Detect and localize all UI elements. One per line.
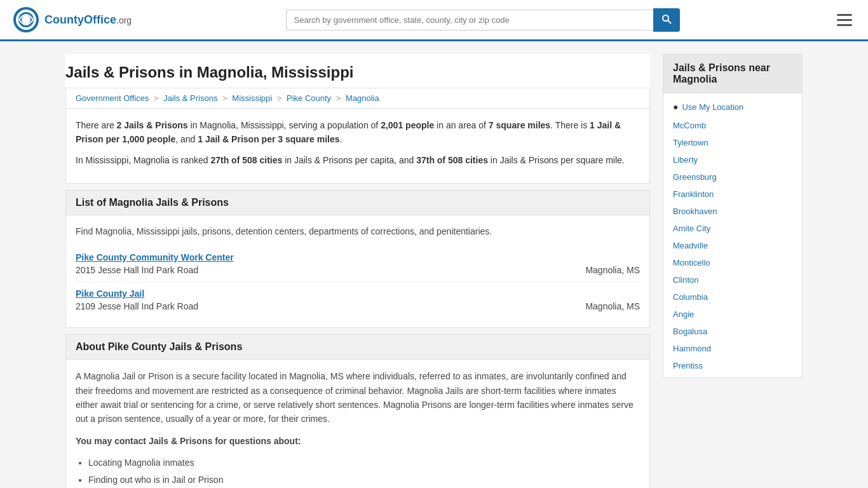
sidebar-title: Jails & Prisons near Magnolia [663,54,803,93]
list-intro: Find Magnolia, Mississippi jails, prison… [76,225,640,238]
sidebar-item-franklinton[interactable]: Franklinton [663,186,802,203]
summary-mid3: in Jails & Prisons per capita, and [282,155,416,165]
breadcrumb-magnolia[interactable]: Magnolia [346,93,379,103]
list-section: Find Magnolia, Mississippi jails, prison… [65,215,650,328]
summary-pre2: In Mississippi, Magnolia is ranked [76,155,210,165]
logo-area: CountyOffice.org [13,6,132,33]
sidebar-item-bogalusa[interactable]: Bogalusa [663,323,802,340]
menu-bar-1 [837,14,852,16]
breadcrumb-sep-1: > [154,93,161,103]
menu-bar-2 [837,19,852,21]
summary-count: 2 Jails & Prisons [117,120,188,130]
svg-point-3 [22,15,31,24]
about-body: A Magnolia Jail or Prison is a secure fa… [76,369,640,426]
use-my-location-label: Use My Location [682,102,743,112]
summary-post2: , and [175,134,198,144]
search-input[interactable] [286,10,653,30]
summary-per3sq: 1 Jail & Prison per 3 square miles [198,134,339,144]
breadcrumb-jails[interactable]: Jails & Prisons [163,93,217,103]
summary-rank1: 27th of 508 cities [210,155,282,165]
sidebar-item-brookhaven[interactable]: Brookhaven [663,203,802,220]
sidebar-item-hammond[interactable]: Hammond [663,340,802,357]
sidebar-item-meadville[interactable]: Meadville [663,237,802,254]
breadcrumb-pike-county[interactable]: Pike County [287,93,331,103]
breadcrumb-sep-2: > [222,93,229,103]
sidebar-item-columbia[interactable]: Columbia [663,288,802,306]
svg-line-5 [668,20,671,24]
content-area: Jails & Prisons in Magnolia, Mississippi… [65,54,650,488]
summary-area: 7 square miles [489,120,550,130]
svg-point-4 [663,15,668,21]
facility-entry-2: Pike County Jail 2109 Jesse Hall Ind Par… [76,282,640,318]
summary-end: . [340,134,342,144]
summary-mid2: in an area of [434,120,489,130]
search-button[interactable] [653,8,680,32]
page-title: Jails & Prisons in Magnolia, Mississippi [65,54,650,88]
breadcrumb-mississippi[interactable]: Mississippi [232,93,272,103]
contact-item-1: Locating Magnolia inmates [88,456,640,470]
facility-address-2: 2109 Jesse Hall Ind Park Road [76,301,198,311]
list-section-header: List of Magnolia Jails & Prisons [65,190,650,215]
sidebar-item-prentiss[interactable]: Prentiss [663,357,802,374]
sidebar-item-angie[interactable]: Angie [663,306,802,323]
contact-item-2: Finding out who is in Jail or Prison [88,473,640,487]
summary-section: There are 2 Jails & Prisons in Magnolia,… [65,109,650,184]
summary-rank2: 37th of 508 cities [416,155,488,165]
menu-button[interactable] [834,11,855,29]
sidebar-item-clinton[interactable]: Clinton [663,271,802,288]
facility-name-1[interactable]: Pike County Community Work Center [76,252,234,262]
contact-bold: You may contact Jails & Prisons for ques… [76,434,640,448]
facility-city-2: Magnolia, MS [585,301,640,311]
search-area [286,8,680,32]
sidebar-item-tylertown[interactable]: Tylertown [663,134,802,151]
main-container: Jails & Prisons in Magnolia, Mississippi… [53,41,815,488]
about-section-header: About Pike County Jails & Prisons [65,334,650,360]
summary-pre1: There are [76,120,117,130]
breadcrumb-sep-4: > [336,93,343,103]
summary-post3: in Jails & Prisons per square mile. [488,155,625,165]
facility-address-1: 2015 Jesse Hall Ind Park Road [76,265,198,275]
contact-list: Locating Magnolia inmates Finding out wh… [76,456,640,488]
sidebar-item-monticello[interactable]: Monticello [663,254,802,271]
logo-icon [13,6,39,33]
sidebar-item-liberty[interactable]: Liberty [663,151,802,168]
menu-bar-3 [837,24,852,26]
facility-row-2: 2109 Jesse Hall Ind Park Road Magnolia, … [76,301,640,311]
facility-city-1: Magnolia, MS [585,265,640,275]
summary-post: . There is [550,120,590,130]
summary-pop: 2,001 people [381,120,434,130]
search-icon [661,14,672,24]
summary-mid1: in Magnolia, Mississippi, serving a popu… [188,120,381,130]
use-my-location-button[interactable]: ● Use My Location [663,97,753,117]
sidebar-item-amite-city[interactable]: Amite City [663,220,802,237]
facility-row-1: 2015 Jesse Hall Ind Park Road Magnolia, … [76,265,640,275]
sidebar: Jails & Prisons near Magnolia ● Use My L… [663,54,803,488]
location-pin-icon: ● [673,102,678,112]
breadcrumb: Government Offices > Jails & Prisons > M… [65,88,650,109]
breadcrumb-sep-3: > [277,93,284,103]
sidebar-item-greensburg[interactable]: Greensburg [663,168,802,186]
header: CountyOffice.org [0,0,868,41]
facility-name-2[interactable]: Pike County Jail [76,288,144,299]
logo-text: CountyOffice.org [44,13,132,27]
sidebar-item-mccomb[interactable]: McComb [663,117,802,134]
facility-entry-1: Pike County Community Work Center 2015 J… [76,246,640,282]
sidebar-content: ● Use My Location McComb Tylertown Liber… [663,93,803,378]
about-section: A Magnolia Jail or Prison is a secure fa… [65,360,650,488]
summary-line1: There are 2 Jails & Prisons in Magnolia,… [76,118,640,147]
breadcrumb-gov-offices[interactable]: Government Offices [76,93,149,103]
summary-line2: In Mississippi, Magnolia is ranked 27th … [76,153,640,167]
